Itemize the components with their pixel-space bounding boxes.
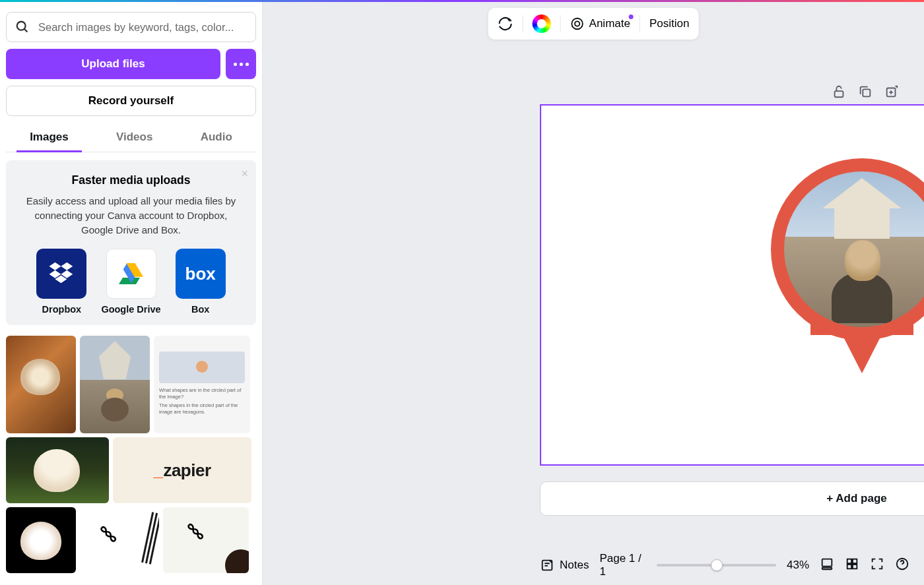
upload-more-button[interactable]	[226, 49, 256, 79]
record-yourself-button[interactable]: Record yourself	[6, 86, 256, 116]
upload-thumb[interactable]: _zapier	[113, 437, 251, 503]
animate-button[interactable]: Animate	[570, 16, 630, 31]
tab-images[interactable]: Images	[16, 124, 82, 152]
zoom-percentage: 43%	[787, 559, 809, 572]
svg-rect-8	[822, 559, 832, 567]
copy-icon	[858, 84, 873, 99]
svg-rect-5	[863, 89, 870, 96]
upload-thumb[interactable]	[6, 336, 76, 433]
notes-icon	[540, 558, 554, 572]
service-label: Dropbox	[42, 304, 82, 315]
tab-audio[interactable]: Audio	[187, 124, 246, 152]
promo-panel: × Faster media uploads Easily access and…	[6, 160, 256, 325]
add-page-icon	[884, 84, 899, 99]
fullscreen-button[interactable]	[870, 557, 884, 574]
upload-thumb[interactable]: What shapes are in the circled part of t…	[154, 336, 250, 433]
service-label: Google Drive	[101, 304, 160, 315]
pin-photo	[784, 171, 924, 327]
search-icon	[15, 20, 30, 34]
upload-thumb[interactable]	[163, 507, 249, 573]
grid-view-button[interactable]	[845, 557, 859, 574]
editor-main: Animate Position	[263, 0, 924, 585]
page-view-button[interactable]	[820, 557, 834, 574]
upload-files-button[interactable]: Upload files	[6, 49, 220, 79]
svg-rect-10	[847, 559, 851, 563]
color-picker-button[interactable]	[533, 15, 551, 33]
promo-description: Easily access and upload all your media …	[18, 194, 244, 237]
help-button[interactable]	[895, 557, 909, 574]
sparkle-cycle-icon	[498, 16, 513, 32]
upload-thumb[interactable]	[6, 437, 109, 503]
lock-button[interactable]	[832, 84, 846, 102]
svg-rect-12	[847, 565, 851, 569]
service-dropbox[interactable]: Dropbox	[36, 249, 86, 315]
gdrive-icon	[106, 249, 156, 299]
regenerate-button[interactable]	[498, 16, 513, 32]
svg-line-1	[24, 29, 28, 32]
box-icon: box	[176, 249, 226, 299]
sidebar: Upload files Record yourself Images Vide…	[0, 0, 263, 585]
help-icon	[895, 557, 909, 571]
expand-icon	[870, 557, 884, 571]
upload-thumb[interactable]	[6, 507, 76, 573]
top-gradient-bar	[0, 0, 924, 2]
design-canvas[interactable]	[540, 104, 924, 466]
svg-point-0	[17, 22, 26, 30]
service-box[interactable]: box Box	[176, 249, 226, 315]
editor-footer: Notes Page 1 / 1 43%	[525, 545, 924, 585]
search-input[interactable]	[6, 12, 256, 42]
dropbox-icon	[36, 249, 86, 299]
promo-title: Faster media uploads	[18, 173, 244, 187]
add-page-button[interactable]	[884, 84, 899, 102]
lock-open-icon	[832, 84, 846, 99]
svg-rect-13	[853, 565, 857, 569]
page-list-icon	[820, 557, 834, 571]
context-toolbar: Animate Position	[488, 8, 699, 40]
svg-rect-9	[822, 568, 832, 570]
grid-icon	[845, 557, 859, 571]
page-indicator: Page 1 / 1	[599, 552, 645, 578]
animate-icon	[570, 16, 585, 31]
map-pin-element[interactable]	[771, 158, 924, 376]
service-google-drive[interactable]: Google Drive	[101, 249, 160, 315]
svg-rect-4	[835, 91, 843, 97]
svg-rect-11	[853, 559, 857, 563]
tab-videos[interactable]: Videos	[103, 124, 166, 152]
position-button[interactable]: Position	[649, 17, 689, 30]
uploads-gallery: What shapes are in the circled part of t…	[6, 336, 256, 585]
promo-close-icon[interactable]: ×	[241, 167, 248, 181]
zoom-thumb[interactable]	[711, 559, 723, 571]
duplicate-page-button[interactable]	[858, 84, 873, 102]
service-label: Box	[191, 304, 209, 315]
notification-dot-icon	[629, 15, 634, 19]
upload-thumb[interactable]	[80, 507, 159, 573]
color-wheel-icon	[533, 15, 551, 33]
zoom-slider[interactable]	[657, 564, 776, 567]
notes-button[interactable]: Notes	[540, 558, 589, 572]
add-page-bar[interactable]: + Add page	[540, 481, 924, 516]
media-tabs: Images Videos Audio	[6, 124, 256, 152]
upload-thumb[interactable]	[80, 336, 150, 433]
svg-point-2	[572, 18, 583, 30]
svg-point-3	[575, 21, 579, 26]
